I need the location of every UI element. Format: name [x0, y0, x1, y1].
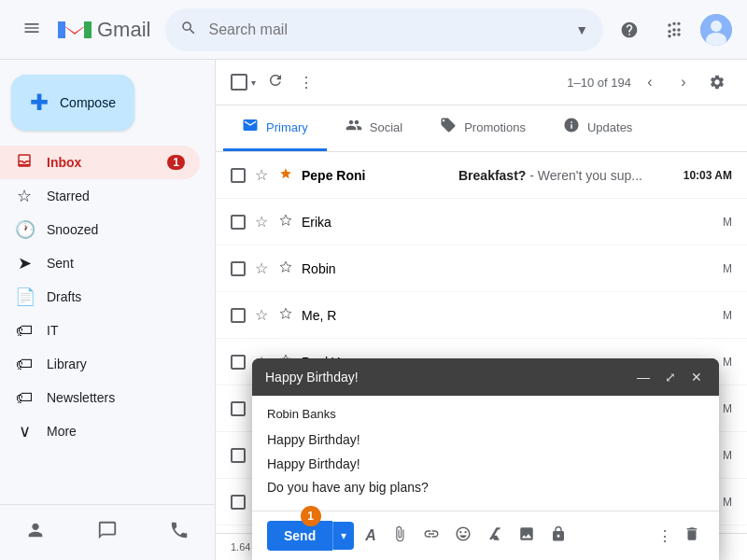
- tab-updates[interactable]: Updates: [544, 105, 651, 151]
- email-checkbox[interactable]: [231, 168, 246, 183]
- important-button[interactable]: [277, 212, 294, 231]
- sidebar-item-it[interactable]: 🏷 IT: [0, 314, 200, 347]
- sidebar-item-newsletters[interactable]: 🏷 Newsletters: [0, 381, 200, 414]
- star-button[interactable]: ☆: [253, 304, 270, 326]
- star-button[interactable]: ☆: [253, 211, 270, 232]
- insert-drive-file-button[interactable]: [483, 522, 507, 550]
- compose-popup: Happy Birthday! — ⤢ ✕ Robin Banks Happy …: [252, 358, 719, 560]
- svg-rect-1: [84, 21, 92, 38]
- send-dropdown-button[interactable]: ▾: [332, 522, 354, 550]
- select-all-checkbox[interactable]: [231, 74, 247, 91]
- table-row[interactable]: ☆ Erika M: [216, 199, 747, 245]
- next-page-button[interactable]: ›: [669, 67, 698, 97]
- sidebar-item-sent[interactable]: ➤ Sent: [0, 246, 200, 280]
- table-row[interactable]: ☆ Me, R M: [216, 292, 747, 339]
- svg-point-3: [711, 21, 722, 32]
- primary-tab-icon: [242, 117, 259, 137]
- pagination-text: 1–10 of 194: [567, 76, 631, 90]
- sidebar-item-snoozed[interactable]: 🕐 Snoozed: [0, 213, 200, 246]
- apps-button[interactable]: [655, 11, 693, 49]
- attach-file-button[interactable]: [388, 522, 412, 550]
- discard-draft-button[interactable]: [680, 522, 704, 551]
- compose-close-button[interactable]: ✕: [687, 368, 706, 386]
- compose-from: Robin Banks: [267, 407, 704, 421]
- email-checkbox[interactable]: [231, 215, 246, 230]
- more-expand-icon: ∨: [15, 421, 34, 441]
- snoozed-label: Snoozed: [47, 222, 185, 237]
- refresh-button[interactable]: [260, 68, 291, 96]
- compose-minimize-button[interactable]: —: [633, 368, 654, 386]
- insert-emoji-button[interactable]: [451, 522, 475, 550]
- drafts-label: Drafts: [47, 289, 185, 304]
- important-button[interactable]: [277, 259, 294, 278]
- email-checkbox[interactable]: [231, 495, 246, 510]
- important-button[interactable]: [277, 305, 294, 325]
- phone-button[interactable]: [162, 512, 197, 553]
- sidebar-item-library[interactable]: 🏷 Library: [0, 347, 200, 381]
- email-checkbox[interactable]: [231, 448, 246, 463]
- toolbar-more-button[interactable]: ⋮: [295, 70, 317, 95]
- email-checkbox[interactable]: [231, 261, 246, 276]
- compose-header[interactable]: Happy Birthday! — ⤢ ✕: [252, 358, 719, 396]
- email-subject: Breakfast? - Weren't you sup...: [458, 168, 669, 183]
- it-tag-icon: 🏷: [15, 321, 34, 341]
- select-dropdown-icon[interactable]: ▾: [251, 77, 256, 88]
- sidebar-item-more[interactable]: ∨ More: [0, 414, 200, 448]
- insert-link-button[interactable]: [419, 522, 444, 550]
- email-checkbox[interactable]: [231, 308, 246, 323]
- tab-promotions[interactable]: Promotions: [421, 105, 544, 151]
- email-sender: Me, R: [302, 308, 451, 323]
- sidebar-item-inbox[interactable]: Inbox 1: [0, 146, 200, 179]
- inbox-badge: 1: [167, 155, 185, 170]
- tab-primary[interactable]: Primary: [223, 105, 327, 151]
- hamburger-button[interactable]: [15, 11, 49, 48]
- search-input[interactable]: [208, 21, 568, 38]
- updates-tab-label: Updates: [587, 120, 632, 134]
- table-row[interactable]: ☆ Robin M: [216, 245, 747, 292]
- sent-icon: ➤: [15, 253, 34, 273]
- compose-plus-icon: ✚: [30, 90, 49, 116]
- send-button[interactable]: Send: [267, 521, 332, 551]
- email-checkbox[interactable]: [231, 355, 246, 370]
- send-button-area: 1 Send ▾: [267, 521, 354, 551]
- status-button[interactable]: [90, 512, 125, 553]
- promotions-tab-label: Promotions: [464, 120, 526, 134]
- sent-label: Sent: [47, 256, 185, 271]
- tab-social[interactable]: Social: [327, 105, 421, 151]
- email-toolbar: ▾ ⋮ 1–10 of 194 ‹ ›: [216, 60, 747, 105]
- email-checkbox[interactable]: [231, 401, 246, 416]
- email-time: M: [676, 216, 732, 229]
- insert-photo-button[interactable]: [514, 522, 539, 550]
- search-bar: ▼: [165, 8, 603, 51]
- prev-page-button[interactable]: ‹: [635, 67, 665, 97]
- email-sender: Erika: [302, 215, 451, 230]
- social-tab-icon: [345, 117, 362, 137]
- newsletters-label: Newsletters: [47, 390, 185, 405]
- compose-expand-button[interactable]: ⤢: [661, 368, 680, 386]
- important-button[interactable]: [277, 165, 294, 185]
- search-dropdown-icon[interactable]: ▼: [575, 22, 588, 37]
- format-text-button[interactable]: A: [361, 524, 380, 548]
- social-tab-label: Social: [370, 120, 402, 134]
- email-sender: Pepe Roni: [302, 168, 451, 183]
- email-time: 10:03 AM: [676, 169, 732, 182]
- help-button[interactable]: [611, 11, 648, 49]
- add-account-button[interactable]: [18, 512, 53, 553]
- more-options-button[interactable]: ⋮: [654, 522, 676, 551]
- it-label: IT: [47, 323, 185, 338]
- compose-title: Happy Birthday!: [265, 370, 359, 385]
- compose-label: Compose: [60, 95, 116, 110]
- confidential-mode-button[interactable]: [546, 522, 571, 550]
- star-button[interactable]: ☆: [253, 258, 270, 279]
- settings-button[interactable]: [702, 67, 732, 97]
- sidebar-item-drafts[interactable]: 📄 Drafts: [0, 280, 200, 314]
- compose-button[interactable]: ✚ Compose: [11, 75, 134, 131]
- inbox-tabs: Primary Social Promotions Updates: [216, 105, 747, 152]
- table-row[interactable]: ☆ Pepe Roni Breakfast? - Weren't you sup…: [216, 152, 747, 199]
- library-tag-icon: 🏷: [15, 355, 34, 374]
- avatar[interactable]: [700, 14, 732, 46]
- star-button[interactable]: ☆: [253, 164, 270, 186]
- inbox-icon: [15, 152, 34, 174]
- primary-tab-label: Primary: [266, 120, 308, 134]
- sidebar-item-starred[interactable]: ☆ Starred: [0, 179, 200, 213]
